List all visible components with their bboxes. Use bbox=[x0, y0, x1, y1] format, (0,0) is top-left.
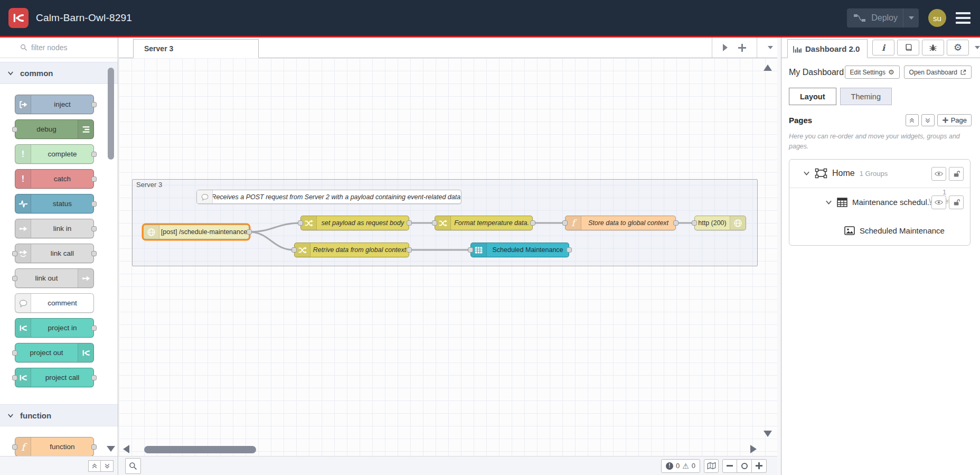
error-icon: ! bbox=[666, 462, 673, 470]
chevron-down-icon[interactable] bbox=[825, 200, 832, 205]
node-output-port bbox=[91, 444, 97, 450]
node-output-port[interactable] bbox=[407, 247, 412, 253]
main-menu-icon[interactable] bbox=[956, 12, 970, 24]
layout-theming-tabs: Layout Theming bbox=[789, 88, 972, 105]
external-link-icon bbox=[960, 69, 966, 76]
tree-row-group[interactable]: Maintenance schedul... 1 Widgets bbox=[789, 188, 970, 217]
palette-scroll-down-icon[interactable] bbox=[107, 446, 115, 452]
zoom-out-button[interactable] bbox=[722, 459, 737, 473]
canvas-hscrollbar-thumb[interactable] bbox=[144, 446, 256, 453]
palette-scrollbar-thumb[interactable] bbox=[108, 68, 114, 160]
sidebar-tab-dashboard[interactable]: Dashboard 2.0 bbox=[787, 39, 868, 58]
flow-node-format-temperature[interactable]: Format temperature data. bbox=[435, 216, 533, 230]
palette-node-complete[interactable]: ! complete bbox=[15, 144, 94, 164]
palette-category-common[interactable]: common bbox=[0, 62, 118, 84]
palette-node-link-call[interactable]: link call bbox=[15, 244, 94, 263]
node-output-port[interactable] bbox=[567, 247, 572, 253]
node-input-port bbox=[12, 127, 17, 132]
palette-node-comment[interactable]: comment bbox=[15, 293, 94, 313]
flow-node-store-global[interactable]: f Store data to global context bbox=[565, 216, 676, 230]
flow-node-http-response[interactable]: http (200) bbox=[694, 216, 746, 230]
flow-node-comment[interactable]: Receives a POST request from Server 2 wi… bbox=[196, 190, 461, 204]
info-tab-button[interactable]: i bbox=[872, 40, 894, 55]
add-flow-icon[interactable] bbox=[738, 44, 746, 52]
palette-node-function[interactable]: f function bbox=[15, 437, 94, 457]
expand-pages-button[interactable] bbox=[921, 114, 935, 126]
node-input-port[interactable] bbox=[298, 220, 303, 226]
canvas-scroll-up-icon[interactable] bbox=[764, 64, 772, 71]
zoom-in-button[interactable] bbox=[752, 459, 767, 473]
deploy-options-button[interactable] bbox=[903, 8, 919, 27]
node-input-port[interactable] bbox=[468, 247, 473, 253]
deploy-button[interactable]: Deploy bbox=[847, 8, 919, 27]
config-tab-button[interactable]: ⚙ bbox=[947, 40, 969, 55]
palette-node-inject[interactable]: inject bbox=[15, 95, 94, 114]
tab-theming[interactable]: Theming bbox=[840, 88, 892, 105]
palette-category-function[interactable]: function bbox=[0, 404, 118, 426]
tab-layout[interactable]: Layout bbox=[789, 88, 836, 105]
sidebar-tabs-caret-icon[interactable] bbox=[975, 46, 980, 49]
palette-node-catch[interactable]: ! catch bbox=[15, 169, 94, 189]
node-input-port[interactable] bbox=[692, 220, 697, 226]
palette-node-project-in[interactable]: project in bbox=[15, 318, 94, 338]
link-icon bbox=[78, 269, 93, 287]
tree-row-widget[interactable]: Scheduled Maintenance bbox=[789, 217, 970, 245]
debug-tab-button[interactable] bbox=[922, 40, 944, 55]
canvas-scroll-left-icon[interactable] bbox=[123, 445, 129, 453]
palette-search[interactable] bbox=[0, 38, 118, 58]
palette-node-list: inject debug ! complete ! catch status l… bbox=[0, 84, 118, 395]
node-output-port[interactable] bbox=[530, 220, 535, 226]
node-input-port[interactable] bbox=[291, 247, 297, 253]
user-avatar[interactable]: su bbox=[928, 9, 946, 27]
palette-node-project-call[interactable]: project call bbox=[15, 368, 94, 387]
flow-node-http-in[interactable]: [post] /schedule-maintenance bbox=[143, 225, 249, 239]
node-output-port[interactable] bbox=[673, 220, 679, 226]
info-icon: i bbox=[882, 43, 885, 53]
palette-node-debug[interactable]: debug bbox=[15, 119, 94, 139]
filter-nodes-input[interactable] bbox=[31, 43, 95, 52]
zoom-reset-button[interactable] bbox=[737, 459, 752, 473]
canvas-scroll-down-icon[interactable] bbox=[764, 431, 772, 437]
lock-button[interactable] bbox=[949, 195, 964, 209]
node-output-port[interactable] bbox=[247, 229, 252, 235]
node-output-port[interactable] bbox=[407, 220, 412, 226]
collapse-pages-button[interactable] bbox=[906, 114, 919, 126]
add-page-button[interactable]: Page bbox=[937, 114, 972, 126]
edit-settings-button[interactable]: Edit Settings ⚙ bbox=[845, 66, 900, 79]
node-input-port[interactable] bbox=[432, 220, 437, 226]
flow-node-table-widget[interactable]: Scheduled Maintenance bbox=[470, 243, 569, 257]
palette-node-status[interactable]: status bbox=[15, 194, 94, 213]
page-label: Home bbox=[832, 169, 855, 178]
tree-row-home[interactable]: Home 1 Groups bbox=[789, 160, 970, 188]
chevron-down-icon[interactable] bbox=[803, 171, 810, 176]
canvas-scroll-right-icon[interactable] bbox=[750, 445, 757, 453]
palette-node-link-in[interactable]: link in bbox=[15, 219, 94, 238]
flow-tab-server3[interactable]: Server 3 bbox=[133, 39, 259, 58]
palette-node-link-out[interactable]: link out bbox=[15, 268, 94, 288]
flow-node-retrieve-global[interactable]: Retrive data from global context bbox=[294, 243, 409, 257]
flow-tabbar: Server 3 bbox=[119, 38, 777, 58]
lock-button[interactable] bbox=[949, 167, 964, 181]
search-icon bbox=[129, 462, 137, 470]
notification-counts[interactable]: ! 0 ⚠ 0 bbox=[661, 459, 700, 473]
flow-list-caret-icon[interactable] bbox=[768, 46, 773, 49]
pages-help-text: Here you can re-order and move your widg… bbox=[789, 132, 963, 152]
scroll-tabs-right-icon[interactable] bbox=[723, 44, 728, 51]
node-output-port bbox=[91, 375, 97, 380]
search-flows-button[interactable] bbox=[125, 458, 141, 474]
sidebar-splitter[interactable] bbox=[777, 38, 781, 475]
navigator-button[interactable] bbox=[704, 459, 719, 473]
collapse-all-button[interactable] bbox=[88, 460, 101, 472]
pages-tree: Home 1 Groups Maintenance schedul... 1 bbox=[789, 159, 970, 246]
flow-canvas[interactable]: Server 3 Receives a POST request from Se… bbox=[119, 58, 777, 456]
visibility-button[interactable] bbox=[931, 195, 946, 209]
node-input-port[interactable] bbox=[562, 220, 568, 226]
sidebar-tabbar: Dashboard 2.0 i ⚙ bbox=[781, 38, 980, 58]
open-dashboard-button[interactable]: Open Dashboard bbox=[904, 66, 972, 79]
visibility-button[interactable] bbox=[931, 167, 946, 181]
palette-node-project-out[interactable]: project out bbox=[15, 343, 94, 362]
node-output-port bbox=[91, 176, 97, 182]
help-tab-button[interactable] bbox=[897, 40, 919, 55]
expand-all-button[interactable] bbox=[101, 460, 114, 472]
flow-node-set-payload[interactable]: set payload as request body bbox=[300, 216, 409, 230]
